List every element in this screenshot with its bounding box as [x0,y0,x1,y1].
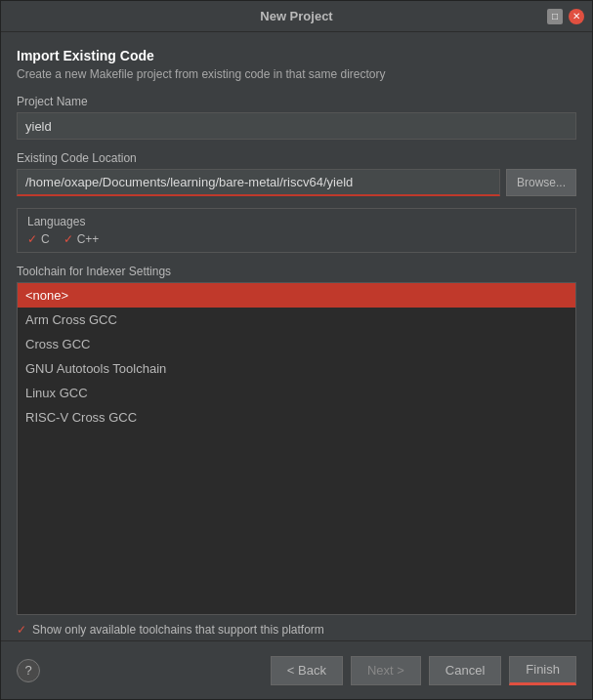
toolchain-item-riscv[interactable]: RISC-V Cross GCC [18,405,575,430]
section-title: Import Existing Code [17,48,576,63]
window-title: New Project [260,9,332,23]
help-button[interactable]: ? [17,659,40,682]
toolchain-item-cross[interactable]: Cross GCC [18,332,575,356]
platform-check-icon: ✓ [17,623,26,637]
titlebar: New Project □ ✕ [1,1,592,32]
toolchain-item-arm[interactable]: Arm Cross GCC [18,308,575,332]
footer-left: ? [17,659,40,682]
main-content: Import Existing Code Create a new Makefi… [1,32,592,640]
c-check-icon: ✓ [27,232,37,246]
existing-code-label: Existing Code Location [17,151,576,165]
footer-right: < Back Next > Cancel Finish [271,656,576,685]
toolchain-list[interactable]: <none> Arm Cross GCC Cross GCC GNU Autot… [17,282,576,615]
lang-row: ✓ C ✓ C++ [27,232,566,246]
lang-cpp-label: C++ [77,232,100,246]
platform-checkbox-label: Show only available toolchains that supp… [32,623,324,637]
window-controls: □ ✕ [547,9,584,24]
project-name-input[interactable] [17,112,576,140]
next-button[interactable]: Next > [351,656,421,685]
project-name-label: Project Name [17,95,576,108]
toolchain-item-gnu[interactable]: GNU Autotools Toolchain [18,356,575,381]
lang-cpp[interactable]: ✓ C++ [64,232,100,246]
close-button[interactable]: ✕ [569,9,584,24]
location-input[interactable] [17,169,500,196]
cancel-button[interactable]: Cancel [429,656,501,685]
finish-button[interactable]: Finish [509,656,576,685]
lang-c-label: C [41,232,50,246]
toolchain-section: Toolchain for Indexer Settings <none> Ar… [17,265,576,640]
section-desc: Create a new Makefile project from exist… [17,67,576,81]
location-row: Browse... [17,169,576,196]
languages-label: Languages [27,215,566,228]
window: New Project □ ✕ Import Existing Code Cre… [0,0,593,700]
toolchain-item-linux[interactable]: Linux GCC [18,381,575,405]
toolchain-checkbox-row[interactable]: ✓ Show only available toolchains that su… [17,615,576,640]
back-button[interactable]: < Back [271,656,343,685]
browse-button[interactable]: Browse... [506,169,576,196]
toolchain-item-none[interactable]: <none> [18,283,575,308]
cpp-check-icon: ✓ [64,232,73,246]
maximize-button[interactable]: □ [547,9,563,24]
footer: ? < Back Next > Cancel Finish [1,640,592,699]
toolchain-label: Toolchain for Indexer Settings [17,265,576,278]
languages-section: Languages ✓ C ✓ C++ [17,208,576,253]
lang-c[interactable]: ✓ C [27,232,50,246]
